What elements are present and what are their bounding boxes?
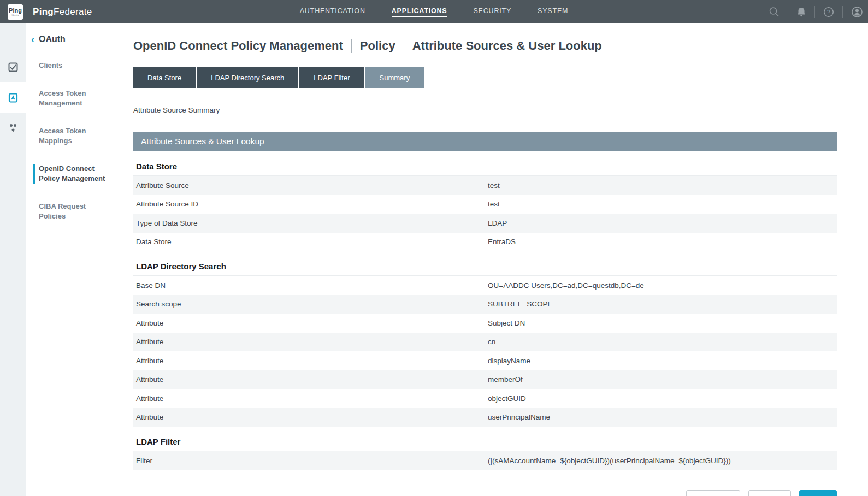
mappings-icon[interactable] — [0, 113, 26, 144]
summary-label: Attribute Source Summary — [133, 106, 868, 114]
summary-row: Attribute Source IDtest — [133, 195, 837, 214]
tab-ldap-directory-search[interactable]: LDAP Directory Search — [197, 67, 298, 88]
app-title: PingFederate — [33, 7, 92, 17]
sidebar-item-access-token-mappings[interactable]: Access Token Mappings — [33, 126, 114, 146]
sidebar-back-oauth[interactable]: ‹ OAuth — [31, 34, 121, 44]
summary-row: Filter(|(sAMAccountName=${objectGUID})(u… — [133, 451, 837, 470]
row-value: objectGUID — [488, 394, 837, 403]
wizard-tabs: Data StoreLDAP Directory SearchLDAP Filt… — [133, 67, 868, 88]
section-title-data-store: Data Store — [133, 158, 837, 176]
title-separator — [351, 39, 352, 53]
title-separator — [404, 39, 404, 53]
row-label: Type of Data Store — [133, 219, 488, 227]
ping-logo-text: Ping — [9, 8, 22, 14]
panel-header: Attribute Sources & User Lookup — [133, 132, 837, 151]
topbar-icons: ? — [768, 0, 864, 23]
icon-divider — [788, 6, 788, 18]
row-value: memberOf — [488, 375, 837, 383]
row-label: Base DN — [133, 281, 488, 290]
row-label: Attribute Source ID — [133, 200, 488, 208]
row-label: Attribute — [133, 413, 488, 421]
nav-system[interactable]: SYSTEM — [538, 6, 568, 17]
search-icon[interactable] — [768, 6, 780, 18]
row-label: Attribute — [133, 319, 488, 327]
top-bar: Ping Identity PingFederate AUTHENTICATIO… — [0, 0, 868, 23]
main-content: OpenID Connect Policy ManagementPolicyAt… — [121, 23, 868, 496]
row-label: Attribute — [133, 375, 488, 383]
row-value: Subject DN — [488, 319, 837, 327]
summary-row: Attribute Sourcetest — [133, 176, 837, 195]
clients-icon[interactable] — [0, 52, 26, 82]
row-label: Data Store — [133, 238, 488, 246]
summary-row: Search scopeSUBTREE_SCOPE — [133, 295, 837, 314]
tab-summary[interactable]: Summary — [365, 67, 424, 88]
done-button[interactable]: Done — [748, 490, 791, 496]
primary-nav: AUTHENTICATIONAPPLICATIONSSECURITYSYSTEM — [300, 0, 569, 23]
breadcrumb-segment: Attribute Sources & User Lookup — [412, 39, 602, 53]
row-label: Search scope — [133, 300, 488, 308]
row-value: test — [488, 200, 837, 208]
summary-row: AttributememberOf — [133, 370, 837, 389]
row-value: SUBTREE_SCOPE — [488, 300, 837, 308]
sidebar-item-clients[interactable]: Clients — [33, 61, 114, 70]
breadcrumb-segment: Policy — [360, 39, 395, 53]
user-icon[interactable] — [851, 5, 864, 19]
summary-panel: Attribute Sources & User Lookup Data Sto… — [133, 132, 837, 470]
tab-data-store[interactable]: Data Store — [133, 67, 196, 88]
tab-ldap-filter[interactable]: LDAP Filter — [299, 67, 364, 88]
page-title: OpenID Connect Policy ManagementPolicyAt… — [133, 39, 868, 53]
row-value: (|(sAMAccountName=${objectGUID})(userPri… — [488, 457, 837, 465]
row-value: displayName — [488, 357, 837, 365]
summary-row: Base DNOU=AADDC Users,DC=ad,DC=questdb,D… — [133, 276, 837, 295]
app-title-bold: Ping — [33, 7, 54, 17]
footer-actions: Cancel Previous Done Save — [133, 490, 837, 496]
ping-logo: Ping Identity — [8, 4, 23, 20]
breadcrumb-segment: OpenID Connect Policy Management — [133, 39, 343, 53]
summary-row: AttributeobjectGUID — [133, 389, 837, 408]
sidebar-item-openid-connect-policy-management[interactable]: OpenID Connect Policy Management — [33, 164, 114, 184]
sidebar-section-title: OAuth — [39, 34, 66, 44]
icon-rail — [0, 23, 26, 496]
bell-icon[interactable] — [796, 6, 807, 18]
summary-row: Data StoreEntraDS — [133, 233, 837, 252]
sidebar: ‹ OAuth ClientsAccess Token ManagementAc… — [26, 23, 121, 496]
section-title-ldap-filter: LDAP Filter — [133, 433, 837, 451]
ping-logo-subtext: Identity — [12, 14, 19, 16]
nav-security[interactable]: SECURITY — [473, 6, 511, 17]
section-title-ldap-directory-search: LDAP Directory Search — [133, 258, 837, 276]
icon-divider — [814, 6, 815, 18]
summary-row: Type of Data StoreLDAP — [133, 214, 837, 233]
row-value: cn — [488, 338, 837, 346]
row-label: Attribute — [133, 357, 488, 365]
row-value: LDAP — [488, 219, 837, 227]
help-icon[interactable]: ? — [823, 6, 835, 18]
summary-row: AttributedisplayName — [133, 351, 837, 370]
sidebar-item-access-token-management[interactable]: Access Token Management — [33, 88, 114, 108]
chevron-left-icon: ‹ — [31, 35, 34, 44]
app-title-light: Federate — [54, 7, 92, 17]
row-value: test — [488, 181, 837, 190]
icon-divider — [842, 6, 843, 18]
row-label: Attribute — [133, 394, 488, 403]
summary-row: Attributecn — [133, 333, 837, 352]
svg-text:?: ? — [827, 9, 830, 15]
summary-row: AttributeSubject DN — [133, 314, 837, 333]
row-value: userPrincipalName — [488, 413, 837, 421]
row-value: EntraDS — [488, 238, 837, 246]
row-label: Attribute — [133, 338, 488, 346]
nav-authentication[interactable]: AUTHENTICATION — [300, 6, 365, 17]
token-management-icon[interactable] — [0, 82, 26, 113]
sidebar-item-ciba-request-policies[interactable]: CIBA Request Policies — [33, 202, 114, 221]
summary-row: AttributeuserPrincipalName — [133, 408, 837, 427]
nav-applications[interactable]: APPLICATIONS — [392, 6, 447, 17]
row-value: OU=AADDC Users,DC=ad,DC=questdb,DC=de — [488, 281, 837, 290]
save-button[interactable]: Save — [799, 490, 837, 496]
row-label: Attribute Source — [133, 181, 488, 190]
row-label: Filter — [133, 457, 488, 465]
previous-button[interactable]: Previous — [686, 490, 740, 496]
